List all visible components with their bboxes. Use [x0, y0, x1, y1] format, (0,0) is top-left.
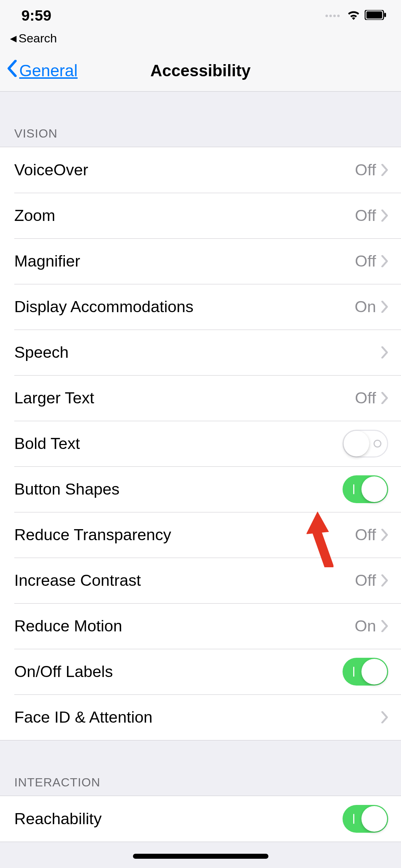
settings-row[interactable]: VoiceOverOff	[0, 147, 401, 193]
nav-bar: General Accessibility	[0, 50, 401, 92]
row-label: Reachability	[14, 810, 343, 828]
row-label: Reduce Motion	[14, 617, 355, 635]
row-label: Magnifier	[14, 252, 355, 270]
row-label: Display Accommodations	[14, 298, 355, 316]
settings-row[interactable]: ZoomOff	[0, 193, 401, 238]
chevron-right-icon	[381, 529, 388, 541]
chevron-right-icon	[381, 210, 388, 222]
row-label: VoiceOver	[14, 161, 355, 179]
cell-signal-icon	[325, 15, 340, 17]
row-label: On/Off Labels	[14, 662, 343, 681]
svg-rect-1	[366, 11, 382, 19]
row-label: Larger Text	[14, 389, 355, 407]
row-value: Off	[355, 526, 376, 544]
settings-row[interactable]: Larger TextOff	[0, 375, 401, 421]
chevron-right-icon	[381, 346, 388, 358]
chevron-right-icon	[381, 711, 388, 723]
row-label: Reduce Transparency	[14, 526, 355, 544]
chevron-right-icon	[381, 574, 388, 587]
settings-row[interactable]: MagnifierOff	[0, 238, 401, 284]
wifi-icon	[347, 10, 360, 21]
row-value: Off	[355, 206, 376, 225]
settings-row[interactable]: Face ID & Attention	[0, 694, 401, 740]
row-value: Off	[355, 252, 376, 270]
row-value: Off	[355, 571, 376, 590]
nav-back-button[interactable]: General	[7, 60, 78, 81]
row-label: Speech	[14, 343, 381, 362]
chevron-right-icon	[381, 301, 388, 313]
back-triangle-icon: ◀	[10, 33, 16, 43]
toggle-off[interactable]	[343, 430, 388, 458]
chevron-right-icon	[381, 620, 388, 632]
section-header-interaction: Interaction	[0, 740, 401, 796]
row-value: Off	[355, 161, 376, 179]
list-interaction: Reachability	[0, 796, 401, 842]
battery-icon	[365, 10, 387, 21]
settings-row[interactable]: Reachability	[0, 796, 401, 842]
list-vision: VoiceOverOffZoomOffMagnifierOffDisplay A…	[0, 147, 401, 740]
breadcrumb-label: Search	[19, 31, 57, 45]
settings-row[interactable]: Speech	[0, 330, 401, 375]
row-label: Zoom	[14, 206, 355, 225]
chevron-right-icon	[381, 392, 388, 404]
settings-row[interactable]: Reduce MotionOn	[0, 603, 401, 649]
chevron-left-icon	[7, 60, 17, 81]
settings-row[interactable]: Reduce TransparencyOff	[0, 512, 401, 558]
home-indicator[interactable]	[133, 854, 268, 859]
nav-title: Accessibility	[150, 61, 251, 80]
toggle-on[interactable]	[343, 658, 388, 686]
chevron-right-icon	[381, 164, 388, 176]
settings-row[interactable]: On/Off Labels	[0, 649, 401, 694]
row-label: Face ID & Attention	[14, 708, 381, 727]
chevron-right-icon	[381, 255, 388, 267]
settings-row[interactable]: Button Shapes	[0, 466, 401, 512]
row-label: Increase Contrast	[14, 571, 355, 590]
row-value: On	[355, 298, 376, 316]
row-label: Bold Text	[14, 434, 343, 453]
row-label: Button Shapes	[14, 480, 343, 498]
toggle-on[interactable]	[343, 475, 388, 503]
settings-row[interactable]: Increase ContrastOff	[0, 558, 401, 603]
svg-rect-2	[384, 13, 386, 17]
settings-row[interactable]: Display AccommodationsOn	[0, 284, 401, 330]
breadcrumb-back-to-search[interactable]: ◀ Search	[0, 31, 401, 50]
status-icons	[325, 10, 387, 21]
status-bar: 9:59	[0, 0, 401, 31]
status-time: 9:59	[21, 7, 51, 24]
section-header-vision: Vision	[0, 92, 401, 147]
nav-back-label: General	[19, 61, 78, 80]
settings-row[interactable]: Bold Text	[0, 421, 401, 466]
row-value: On	[355, 617, 376, 635]
row-value: Off	[355, 389, 376, 407]
toggle-on[interactable]	[343, 805, 388, 833]
